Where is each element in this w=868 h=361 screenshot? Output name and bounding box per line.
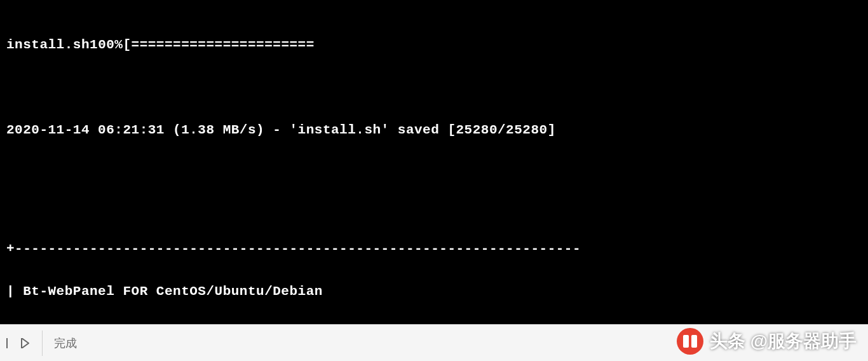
download-progress-line: install.sh100%[====================== bbox=[6, 34, 862, 56]
svg-point-2 bbox=[677, 328, 703, 355]
svg-marker-1 bbox=[22, 338, 29, 348]
watermark-text: 头条 @服务器助手 bbox=[710, 329, 857, 353]
banner-title: | Bt-WebPanel FOR CentOS/Ubuntu/Debian bbox=[6, 281, 862, 303]
download-percent: 100%[====================== bbox=[90, 37, 315, 52]
download-filename: install.sh bbox=[6, 37, 90, 52]
watermark-logo-icon bbox=[677, 328, 703, 355]
play-icon[interactable] bbox=[4, 334, 18, 352]
download-saved-line: 2020-11-14 06:21:31 (1.38 MB/s) - 'insta… bbox=[6, 119, 862, 141]
svg-rect-3 bbox=[683, 335, 689, 348]
svg-rect-4 bbox=[691, 335, 697, 348]
toolbar-divider bbox=[42, 330, 43, 356]
next-icon[interactable] bbox=[18, 334, 32, 352]
player-status: 完成 bbox=[45, 336, 77, 351]
terminal-output[interactable]: install.sh100%[====================== 20… bbox=[0, 0, 868, 324]
banner-separator: +---------------------------------------… bbox=[6, 238, 862, 260]
watermark: 头条 @服务器助手 bbox=[677, 328, 857, 355]
